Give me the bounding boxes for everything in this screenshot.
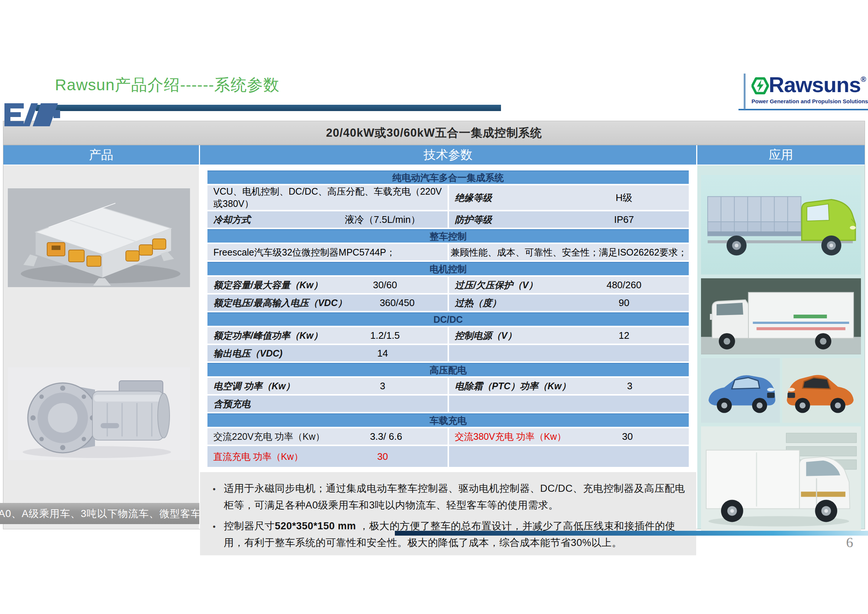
spec-section-header: 纯电动汽车多合一集成系统 <box>208 171 689 184</box>
note-text-segment: 控制器尺寸 <box>224 521 275 532</box>
product-column <box>3 165 199 529</box>
spec-row: 输出电压（VDC) 14 <box>208 345 689 361</box>
spec-value: 360/450 <box>347 297 448 309</box>
spec-label: 防护等级 <box>449 214 559 226</box>
spec-value: 3.3/ 6.6 <box>325 431 447 442</box>
orange-suv-photo <box>782 358 861 423</box>
spec-cell: VCU、电机控制、DC/DC、高压分配、车载充电（220V或380V） <box>208 185 448 210</box>
spec-value: 30/60 <box>322 279 447 291</box>
spec-label: 额定功率/峰值功率（Kw） <box>208 330 322 342</box>
spec-row: 交流220V充电 功率（Kw） 3.3/ 6.6 交流380V充电 功率（Kw）… <box>208 428 689 445</box>
bullet-marker: • <box>205 518 224 551</box>
spec-row: Freescale汽车级32位微控制器MPC5744P； 兼顾性能、成本、可靠性… <box>208 244 689 260</box>
brand-tagline: Power Generation and Propulsion Solution… <box>752 98 866 104</box>
spec-value: 30 <box>318 451 447 462</box>
spec-label: 冷却方式 <box>208 214 318 226</box>
brand-name: Rawsuns <box>769 73 861 96</box>
spec-label: 额定电压/最高输入电压（VDC） <box>208 297 347 309</box>
spec-row: 额定功率/峰值功率（Kw） 1.2/1.5 控制电源（V） 12 <box>208 327 689 344</box>
spec-row: 电空调 功率（Kw） 3 电除霜（PTC）功率（Kw） 3 <box>208 378 689 394</box>
spec-value: 30 <box>566 431 689 442</box>
spec-row: 额定电压/最高输入电压（VDC） 360/450 过热（度） 90 <box>208 295 689 311</box>
column-header-product: 产品 <box>3 145 199 165</box>
spec-label: 控制电源（V） <box>449 330 559 342</box>
canvas-truck-image <box>701 175 861 275</box>
bullet-marker: • <box>205 480 224 513</box>
spec-value: 90 <box>559 297 689 309</box>
spec-value: 3 <box>571 380 689 392</box>
spec-section-header: 整车控制 <box>208 229 689 242</box>
product-caption-bar: A0、A级乘用车、3吨以下物流车、微型客车 <box>0 503 199 524</box>
spec-label: 过压/欠压保护（V） <box>449 279 559 291</box>
spec-label: 交流220V充电 功率（Kw） <box>208 431 325 443</box>
white-delivery-van-photo <box>701 426 861 535</box>
application-column <box>697 165 865 529</box>
system-parameter-table: 20/40kW或30/60kW五合一集成控制系统 产品 技术参数 应用 <box>3 121 865 529</box>
spec-label: 输出电压（VDC) <box>208 347 318 359</box>
spec-value: 12 <box>559 330 689 341</box>
spec-label: 电除霜（PTC）功率（Kw） <box>449 380 571 392</box>
column-header-row: 产品 技术参数 应用 <box>3 145 865 165</box>
motor-gearbox-render <box>8 367 190 460</box>
spec-value: 480/260 <box>559 279 689 291</box>
spec-label: 直流充电 功率（Kw） <box>208 451 318 463</box>
registered-mark: ® <box>860 75 866 84</box>
footer-gradient-bar <box>395 531 868 536</box>
spec-section-header: 高压配电 <box>208 363 689 376</box>
spec-cell: Freescale汽车级32位微控制器MPC5744P； <box>208 246 448 258</box>
motor-gearbox-image <box>8 367 190 460</box>
spec-row: 直流充电 功率（Kw） 30 <box>208 446 689 467</box>
note-text-bold: 520*350*150 mm <box>275 521 359 532</box>
spec-value: 液冷（7.5L/min） <box>318 213 447 226</box>
delivery-van-image <box>701 426 861 535</box>
spec-value: IP67 <box>559 214 689 225</box>
spec-section-header: 电机控制 <box>208 262 689 275</box>
specs-column: 纯电动汽车多合一集成系统 VCU、电机控制、DC/DC、高压分配、车载充电（22… <box>200 165 696 529</box>
controller-box-render <box>8 188 190 287</box>
spec-row: 冷却方式 液冷（7.5L/min） 防护等级 IP67 <box>208 211 689 228</box>
rawsuns-logo: Rawsuns ® Power Generation and Propulsio… <box>744 73 866 109</box>
spec-label: 额定容量/最大容量（Kw） <box>208 279 322 291</box>
spec-label: 过热（度） <box>449 297 559 309</box>
spec-label: 交流380V充电 功率（Kw） <box>449 431 566 443</box>
spec-section-header: 车载充电 <box>208 413 689 427</box>
car-photos-row <box>701 358 861 423</box>
controller-box-image <box>8 188 190 287</box>
spec-row: VCU、电机控制、DC/DC、高压分配、车载充电（220V或380V） 绝缘等级… <box>208 185 689 210</box>
spec-value: 3 <box>318 380 447 392</box>
white-box-truck-photo <box>701 278 861 354</box>
ev-plug-logo <box>2 97 69 130</box>
box-truck-image <box>701 278 861 354</box>
spec-section-header: DC/DC <box>208 312 689 326</box>
note-text: 适用于永磁同步电机；通过集成电动车整车控制器、驱动电机控制器、DC/DC、充电控… <box>224 480 685 513</box>
spec-value: 1.2/1.5 <box>322 330 447 341</box>
spec-cell: 兼顾性能、成本、可靠性、安全性；满足ISO26262要求； <box>449 246 689 258</box>
spec-label: 绝缘等级 <box>449 192 559 204</box>
orange-suv-image <box>782 358 861 423</box>
blue-hatchback-image <box>701 358 780 423</box>
ev-plug-icon <box>2 97 69 130</box>
notes-panel: • 适用于永磁同步电机；通过集成电动车整车控制器、驱动电机控制器、DC/DC、充… <box>200 472 696 555</box>
spec-row: 含预充电 <box>208 396 689 412</box>
spec-label: 含预充电 <box>208 398 318 410</box>
page-title: Rawsun产品介绍------系统参数 <box>55 74 279 96</box>
page-number: 6 <box>846 534 853 550</box>
note-item: • 适用于永磁同步电机；通过集成电动车整车控制器、驱动电机控制器、DC/DC、充… <box>205 480 685 513</box>
hexagon-lightning-icon <box>752 74 769 97</box>
spec-value: H级 <box>559 191 689 204</box>
table-title: 20/40kW或30/60kW五合一集成控制系统 <box>3 121 865 145</box>
canvas-truck-illustration <box>701 175 861 275</box>
spec-label: 电空调 功率（Kw） <box>208 380 318 392</box>
title-underline-bar <box>36 105 501 111</box>
column-header-specs: 技术参数 <box>200 145 696 165</box>
spec-row: 额定容量/最大容量（Kw） 30/60 过压/欠压保护（V） 480/260 <box>208 277 689 293</box>
column-header-application: 应用 <box>697 145 865 165</box>
spec-value: 14 <box>318 348 447 359</box>
blue-hatchback-photo <box>701 358 780 423</box>
